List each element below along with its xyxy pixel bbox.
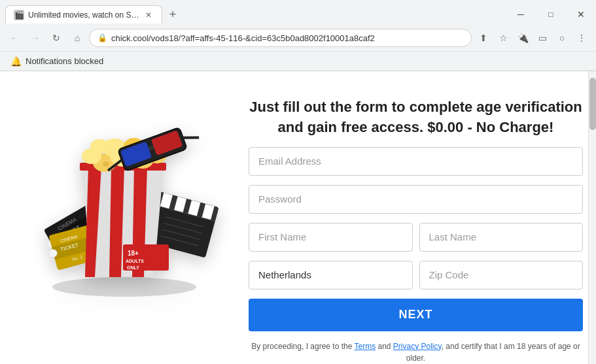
location-row: [249, 261, 583, 290]
tab-close-button[interactable]: ✕: [143, 10, 154, 20]
terms-link[interactable]: Terms: [354, 342, 376, 351]
window-controls: ─ □ ✕: [506, 4, 596, 25]
first-name-input[interactable]: [249, 223, 413, 252]
tab-title: Unlimited movies, watch on Sma: [28, 10, 139, 20]
bookmark-button[interactable]: ☆: [494, 29, 512, 47]
main-content: CINEMA TICKET 2 CINEMA TICKET: [0, 71, 596, 364]
svg-text:ONLY: ONLY: [127, 265, 139, 270]
lock-icon: 🔒: [97, 33, 107, 42]
active-tab[interactable]: 🎬 Unlimited movies, watch on Sma ✕: [5, 5, 162, 24]
privacy-link[interactable]: Privacy Policy: [393, 342, 442, 351]
address-bar-row: ← → ↻ ⌂ 🔒 chick.cool/vods18/?aff=affs-45…: [0, 25, 596, 51]
page-wrapper: CINEMA TICKET 2 CINEMA TICKET: [0, 71, 596, 364]
name-row: [249, 223, 583, 252]
notification-bell-icon: 🔔: [10, 56, 22, 67]
svg-line-51: [183, 133, 199, 142]
home-button[interactable]: ⌂: [68, 29, 86, 47]
notification-bar: 🔔 Notifications blocked: [0, 51, 596, 71]
new-tab-button[interactable]: +: [164, 5, 182, 24]
address-actions: ⬆ ☆ 🔌 ▭ ○ ⋮: [474, 29, 591, 47]
share-button[interactable]: ⬆: [474, 29, 493, 47]
browser-chrome: 🎬 Unlimited movies, watch on Sma ✕ + ─ □…: [0, 0, 596, 71]
legal-text: By proceeding, I agree to the Terms and …: [249, 340, 583, 364]
address-bar[interactable]: 🔒 chick.cool/vods18/?aff=affs-45-116-&ci…: [89, 29, 472, 47]
forward-button[interactable]: →: [26, 29, 44, 47]
close-button[interactable]: ✕: [566, 4, 596, 25]
popcorn-illustration: CINEMA TICKET 2 CINEMA TICKET: [26, 94, 222, 297]
last-name-input[interactable]: [419, 223, 584, 252]
next-button[interactable]: NEXT: [249, 299, 583, 331]
email-input[interactable]: [249, 147, 583, 176]
url-text: chick.cool/vods18/?aff=affs-45-116-&cid=…: [111, 33, 463, 43]
svg-text:ADULTS: ADULTS: [126, 259, 144, 263]
tab-favicon: 🎬: [14, 10, 24, 20]
scrollbar[interactable]: [588, 71, 596, 364]
legal-prefix: By proceeding, I agree to the: [251, 342, 354, 351]
legal-and: and: [376, 342, 393, 351]
refresh-button[interactable]: ↻: [47, 29, 65, 47]
profile-button[interactable]: ○: [553, 29, 571, 47]
restore-button[interactable]: □: [536, 4, 566, 25]
svg-point-44: [103, 161, 109, 167]
form-area: Just fill out the form to complete age v…: [249, 91, 583, 364]
cast-button[interactable]: ▭: [533, 29, 552, 47]
zip-input[interactable]: [419, 261, 584, 290]
extensions-button[interactable]: 🔌: [514, 29, 532, 47]
svg-point-0: [52, 277, 196, 297]
menu-button[interactable]: ⋮: [572, 29, 591, 47]
password-input[interactable]: [249, 185, 583, 214]
country-input[interactable]: [249, 261, 413, 290]
svg-point-42: [90, 139, 109, 154]
illustration-area: CINEMA TICKET 2 CINEMA TICKET: [13, 91, 236, 300]
minimize-button[interactable]: ─: [506, 4, 536, 25]
back-button[interactable]: ←: [5, 29, 24, 47]
form-headline: Just fill out the form to complete age v…: [249, 97, 583, 138]
notification-text: Notifications blocked: [26, 56, 103, 66]
svg-text:18+: 18+: [128, 250, 139, 257]
